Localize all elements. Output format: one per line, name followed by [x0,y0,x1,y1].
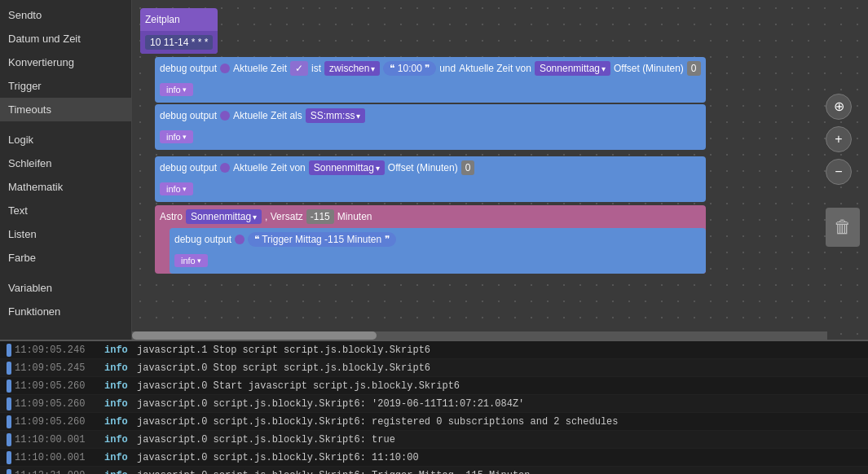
log-msg: javascript.0 script.js.blockly.Skript6: … [137,434,861,445]
log-msg: javascript.0 Stop script script.js.block… [137,362,861,374]
log-indicator [7,451,11,464]
sonnenmittag-dropdown-3[interactable]: Sonnenmittag [186,209,262,224]
log-row: 11:09:05.260 info javascript.0 script.js… [0,395,868,413]
sidebar-item-schleifen[interactable]: Schleifen [0,151,131,175]
log-indicator [7,397,11,410]
info-btn-4[interactable]: info [174,254,208,267]
log-msg: javascript.1 Stop script script.js.block… [137,345,861,356]
astro-block[interactable]: Astro Sonnenmittag , Versatz -115 Minute… [155,205,706,274]
sidebar-item-listen[interactable]: Listen [0,222,131,246]
log-level: info [104,398,137,410]
sidebar-item-sendto[interactable]: Sendto [0,3,131,27]
sidebar-item-datum[interactable]: Datum und Zeit [0,27,131,50]
offset-label-2: Offset (Minuten) [388,162,458,173]
log-indicator [7,415,11,428]
log-indicator [7,380,11,393]
ssmmss-dropdown[interactable]: SS:mm:ss [306,108,366,123]
trash-button[interactable]: 🗑 [826,208,860,247]
log-time: 11:09:05.260 [15,380,104,392]
log-time: 11:09:05.246 [15,345,104,356]
debug-label-2: debug output [160,110,217,121]
log-time: 11:09:05.260 [15,398,104,410]
info-btn-1[interactable]: info [160,83,193,96]
sidebar-item-text[interactable]: Text [0,199,131,222]
canvas: Zeitplan 10 11-14 * * * debug output Akt… [132,0,868,340]
log-time: 11:09:05.245 [15,362,104,374]
log-level: info [104,470,137,475]
sidebar-item-funktionen[interactable]: Funktionen [0,300,131,323]
log-level: info [104,434,137,445]
log-indicator [7,469,11,475]
log-level: info [104,452,137,463]
offset-num-2: 0 [461,160,475,175]
aktuelle-zeit-von-label: Aktuelle Zeit von [459,63,531,74]
sidebar-item-farbe[interactable]: Farbe [0,246,131,270]
sidebar: Sendto Datum und Zeit Konvertierung Trig… [0,0,132,340]
sonnenmittag-dropdown-2[interactable]: Sonnenmittag [309,160,385,175]
zwischen-dropdown[interactable]: zwischen [324,61,380,76]
minuten-label: Minuten [337,211,372,222]
log-level: info [104,362,137,374]
sidebar-item-trigger[interactable]: Trigger [0,74,131,98]
block-group-row3: debug output Aktuelle Zeit von Sonnenmit… [155,156,706,274]
zeitplan-value: 10 11-14 * * * [145,35,213,50]
log-row: 11:09:05.245 info javascript.0 Stop scri… [0,359,868,377]
block-container: Zeitplan 10 11-14 * * * debug output Akt… [140,8,706,277]
zoom-in-button[interactable]: + [826,126,852,152]
log-row: 11:10:00.001 info javascript.0 script.js… [0,449,868,467]
sidebar-item-variablen[interactable]: Variablen [0,276,131,300]
sidebar-item-mathematik[interactable]: Mathematik [0,175,131,199]
ist-label: ist [311,63,321,74]
log-msg: javascript.0 Start javascript script.js.… [137,380,861,392]
zoom-out-button[interactable]: − [826,159,852,185]
sidebar-item-timeouts[interactable]: Timeouts [0,98,131,121]
offset-label-1: Offset (Minuten) [614,63,684,74]
log-level: info [104,416,137,428]
aktuelle-zeit-als-label: Aktuelle Zeit als [233,110,302,121]
log-indicator [7,344,11,357]
zeitplan-label: Zeitplan [145,14,180,25]
offset-num-1: 0 [687,61,701,76]
debug-output-block-1[interactable]: debug output Aktuelle Zeit ✓ ist zwische… [155,57,706,103]
log-time: 11:10:00.001 [15,434,104,445]
target-button[interactable]: ⊕ [826,94,852,120]
log-msg: javascript.0 script.js.blockly.Skript6: … [137,416,861,428]
log-level: info [104,345,137,356]
block-group-row1: debug output Aktuelle Zeit ✓ ist zwische… [155,57,706,150]
sidebar-item-konvertierung[interactable]: Konvertierung [0,50,131,74]
log-row: 11:09:05.260 info javascript.0 script.js… [0,413,868,431]
log-msg: javascript.0 script.js.blockly.Skript6: … [137,470,861,475]
debug-output-block-2[interactable]: debug output Aktuelle Zeit als SS:mm:ss … [155,104,706,150]
log-indicator [7,433,11,446]
sonnenmittag-dropdown-1[interactable]: Sonnenmittag [535,61,610,76]
scrollbar-thumb[interactable] [132,331,377,340]
canvas-scrollbar[interactable] [132,331,827,340]
debug-output-block-4[interactable]: debug output ❝ Trigger Mittag -115 Minut… [170,228,706,274]
trigger-string: ❝ Trigger Mittag -115 Minuten ❞ [248,232,395,247]
astro-inner: debug output ❝ Trigger Mittag -115 Minut… [170,228,706,274]
log-time: 11:10:00.001 [15,452,104,463]
log-row: 11:09:05.260 info javascript.0 Start jav… [0,377,868,395]
aktuelle-zeit-label-1: Aktuelle Zeit [233,63,287,74]
astro-label: Astro [160,211,183,222]
und-label: und [439,63,456,74]
log-msg: javascript.0 script.js.blockly.Skript6: … [137,398,861,410]
zeitplan-block[interactable]: Zeitplan 10 11-14 * * * [140,8,218,54]
debug-label-4: debug output [174,234,231,245]
aktuelle-zeit-von-label-2: Aktuelle Zeit von [233,162,306,173]
log-indicator [7,362,11,375]
versatz-num: -115 [306,209,334,224]
log-row: 11:10:00.001 info javascript.0 script.js… [0,431,868,449]
debug-output-block-3[interactable]: debug output Aktuelle Zeit von Sonnenmit… [155,156,706,202]
info-btn-2[interactable]: info [160,130,193,143]
log-time: 11:12:21.099 [15,470,104,475]
canvas-controls: ⊕ + − 🗑 [826,94,860,247]
debug-label-3: debug output [160,162,217,173]
log-row: 11:09:05.246 info javascript.1 Stop scri… [0,341,868,359]
info-btn-3[interactable]: info [160,182,193,195]
versatz-label: , Versatz [265,211,303,222]
log-msg: javascript.0 script.js.blockly.Skript6: … [137,452,861,463]
check-value: ✓ [290,61,308,76]
log-level: info [104,380,137,392]
sidebar-item-logik[interactable]: Logik [0,128,131,151]
